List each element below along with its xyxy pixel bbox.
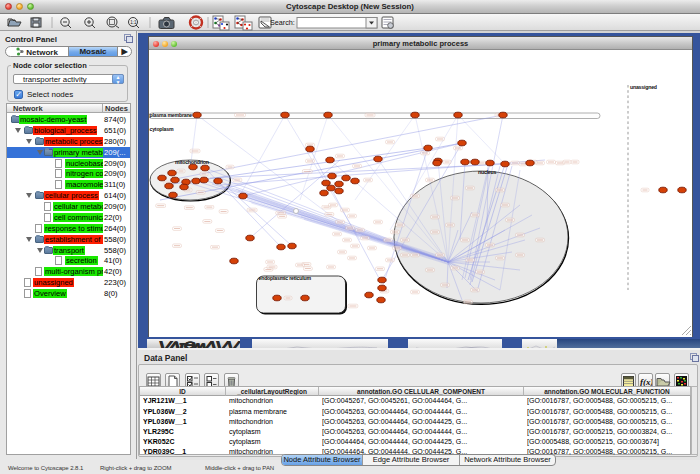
svg-text:cytoplasm: cytoplasm [150, 126, 174, 132]
svg-text:1:1: 1:1 [130, 20, 137, 25]
svg-text:endoplasmic reticulum: endoplasmic reticulum [259, 275, 312, 281]
svg-text:Search:: Search: [270, 18, 295, 27]
svg-text:plasma membrane: plasma membrane [150, 112, 193, 118]
svg-text:nucleus: nucleus [478, 169, 497, 175]
svg-text:unassigned: unassigned [630, 84, 657, 90]
svg-text:mitochondrion: mitochondrion [175, 159, 209, 165]
